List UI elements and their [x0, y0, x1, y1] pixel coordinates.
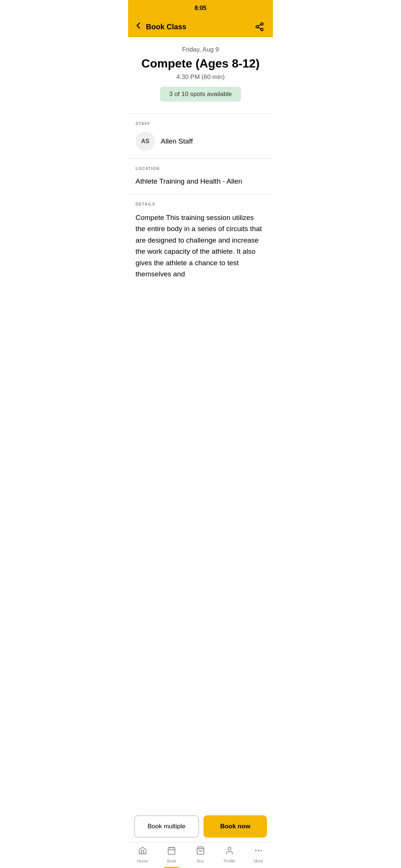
staff-avatar: AS — [136, 132, 155, 151]
header: Book Class — [128, 16, 273, 37]
staff-label: STAFF — [136, 121, 265, 126]
back-button[interactable]: Book Class — [134, 21, 186, 32]
location-section: LOCATION Athlete Training and Health - A… — [128, 159, 273, 194]
main-content: Friday, Aug 9 Compete (Ages 8-12) 4:30 P… — [128, 37, 273, 345]
spots-available-badge: 3 of 10 spots available — [160, 87, 241, 102]
back-arrow-icon — [134, 21, 143, 32]
status-bar: 8:05 — [128, 0, 273, 16]
location-text: Athlete Training and Health - Allen — [136, 177, 265, 187]
status-time: 8:05 — [195, 5, 206, 11]
header-title: Book Class — [146, 23, 186, 31]
details-label: DETAILS — [136, 202, 265, 206]
staff-row: AS Allen Staff — [136, 132, 265, 151]
staff-section: STAFF AS Allen Staff — [128, 114, 273, 159]
class-date: Friday, Aug 9 — [136, 46, 265, 53]
svg-line-4 — [258, 24, 261, 26]
share-icon — [255, 22, 264, 32]
details-text: Compete This training session utilizes t… — [136, 212, 265, 280]
details-section: DETAILS Compete This training session ut… — [128, 194, 273, 286]
spots-container: 3 of 10 spots available — [136, 87, 265, 111]
location-label: LOCATION — [136, 166, 265, 171]
class-info-section: Friday, Aug 9 Compete (Ages 8-12) 4:30 P… — [128, 37, 273, 111]
class-time: 4:30 PM (60 min) — [136, 73, 265, 81]
class-name: Compete (Ages 8-12) — [136, 56, 265, 70]
svg-line-3 — [258, 27, 261, 29]
share-button[interactable] — [252, 19, 267, 34]
staff-name: Allen Staff — [161, 137, 193, 145]
